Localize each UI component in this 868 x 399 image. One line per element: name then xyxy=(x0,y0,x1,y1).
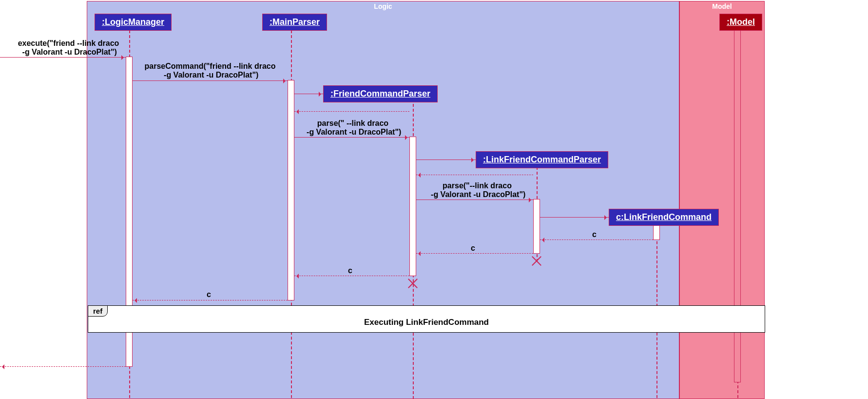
activation-main-parser xyxy=(288,80,294,300)
participant-logic-manager: :LogicManager xyxy=(95,14,172,31)
package-model: Model xyxy=(679,1,765,399)
arrow-return-fcp-create xyxy=(294,111,409,112)
activation-link-friend-command-parser xyxy=(533,199,540,254)
msg-ret-c2: c xyxy=(471,244,475,253)
arrow-create-lfc xyxy=(540,217,609,218)
msg-ret-c1: c xyxy=(592,230,597,239)
ref-text: Executing LinkFriendCommand xyxy=(88,318,765,327)
msg-execute: execute("friend --link draco -g Valorant… xyxy=(4,39,133,57)
arrow-final-return xyxy=(0,366,126,367)
activation-friend-command-parser xyxy=(409,137,416,276)
destroy-lfcp xyxy=(531,256,542,266)
arrow-ret-c2 xyxy=(416,253,533,254)
participant-link-friend-command-parser: :LinkFriendCommandParser xyxy=(476,151,608,168)
arrow-parse-command xyxy=(133,80,288,81)
arrow-parse2 xyxy=(416,200,533,200)
arrow-create-fcp xyxy=(294,94,323,94)
arrow-return-lfcp-create xyxy=(416,175,533,175)
participant-model: :Model xyxy=(719,14,762,31)
participant-friend-command-parser: :FriendCommandParser xyxy=(323,85,438,102)
arrow-ret-c1 xyxy=(540,239,653,240)
msg-ret-c3: c xyxy=(348,266,352,275)
arrow-parse1 xyxy=(294,137,409,138)
msg-parse2: parse("--link draco -g Valorant -u Draco… xyxy=(421,181,533,199)
ref-label: ref xyxy=(88,305,108,317)
package-logic-label: Logic xyxy=(374,2,392,10)
msg-parse-command: parseCommand("friend --link draco -g Val… xyxy=(133,62,288,80)
arrow-create-lfcp xyxy=(416,160,476,160)
package-model-label: Model xyxy=(712,2,732,10)
arrow-ret-c3 xyxy=(294,276,409,276)
arrow-ret-c4 xyxy=(133,300,288,300)
sequence-diagram: Logic Model :LogicManager :MainParser :M… xyxy=(0,0,868,399)
package-logic: Logic xyxy=(87,1,679,399)
participant-link-friend-command: c:LinkFriendCommand xyxy=(609,209,719,226)
destroy-fcp xyxy=(407,278,418,289)
ref-fragment: ref Executing LinkFriendCommand xyxy=(88,305,765,333)
arrow-execute xyxy=(0,57,126,58)
msg-parse1: parse(" --link draco -g Valorant -u Drac… xyxy=(296,119,409,137)
participant-main-parser: :MainParser xyxy=(262,14,327,31)
msg-ret-c4: c xyxy=(207,290,211,299)
